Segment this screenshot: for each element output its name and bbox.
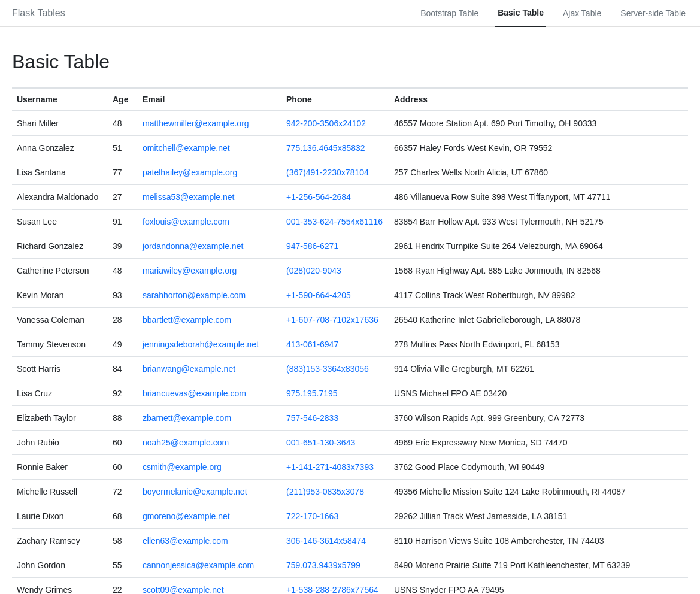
email-link[interactable]: scott09@example.net <box>143 585 224 594</box>
email-link[interactable]: boyermelanie@example.net <box>143 487 247 496</box>
username-cell: Ronnie Baker <box>12 455 108 480</box>
username-cell: John Gordon <box>12 553 108 578</box>
email-link[interactable]: csmith@example.org <box>143 462 222 472</box>
email-link[interactable]: ellen63@example.com <box>143 536 228 545</box>
phone-link[interactable]: 413-061-6947 <box>286 340 338 349</box>
username-cell: Lisa Cruz <box>12 381 108 406</box>
email-link[interactable]: gmoreno@example.net <box>143 511 230 521</box>
phone-link[interactable]: +1-538-288-2786x77564 <box>286 585 378 594</box>
table-row: Lisa Cruz92briancuevas@example.com975.19… <box>12 381 688 406</box>
address-cell: 914 Olivia Ville Gregburgh, MT 62261 <box>389 357 688 381</box>
age-cell: 49 <box>108 332 138 357</box>
table-row: Alexandra Maldonado27melissa53@example.n… <box>12 185 688 210</box>
email-link[interactable]: zbarnett@example.com <box>143 413 231 423</box>
email-link[interactable]: omitchell@example.net <box>143 143 230 153</box>
phone-link[interactable]: 001-353-624-7554x61116 <box>286 217 383 226</box>
table-body: Shari Miller48matthewmiller@example.org9… <box>12 111 688 594</box>
nav-brand[interactable]: Flask Tables <box>12 8 65 19</box>
table-row: John Rubio60noah25@example.com001-651-13… <box>12 431 688 455</box>
age-cell: 27 <box>108 185 138 210</box>
email-link[interactable]: bbartlett@example.com <box>143 315 231 325</box>
phone-link[interactable]: +1-256-564-2684 <box>286 192 351 202</box>
table-row: Michelle Russell72boyermelanie@example.n… <box>12 480 688 504</box>
nav-link-bootstrap-table[interactable]: Bootstrap Table <box>418 0 481 27</box>
email-link[interactable]: foxlouis@example.com <box>143 217 229 226</box>
phone-link[interactable]: 722-170-1663 <box>286 511 338 521</box>
age-cell: 39 <box>108 234 138 259</box>
email-link[interactable]: matthewmiller@example.org <box>143 119 249 128</box>
phone-link[interactable]: 759.073.9439x5799 <box>286 560 360 570</box>
address-cell: USNS Michael FPO AE 03420 <box>389 381 688 406</box>
phone-link[interactable]: (211)953-0835x3078 <box>286 487 364 496</box>
username-cell: Alexandra Maldonado <box>12 185 108 210</box>
phone-link[interactable]: 775.136.4645x85832 <box>286 143 365 153</box>
age-cell: 60 <box>108 431 138 455</box>
email-link[interactable]: brianwang@example.net <box>143 364 235 374</box>
email-link[interactable]: mariawiley@example.org <box>143 266 237 275</box>
phone-link[interactable]: 947-586-6271 <box>286 241 338 251</box>
col-header-address: Address <box>389 88 688 111</box>
address-cell: 29262 Jillian Track West Jamesside, LA 3… <box>389 504 688 529</box>
username-cell: Laurie Dixon <box>12 504 108 529</box>
phone-link[interactable]: 306-146-3614x58474 <box>286 536 366 545</box>
email-link[interactable]: briancuevas@example.com <box>143 389 246 398</box>
email-link[interactable]: cannonjessica@example.com <box>143 560 254 570</box>
address-cell: 8490 Moreno Prairie Suite 719 Port Kathl… <box>389 553 688 578</box>
table-row: Scott Harris84brianwang@example.net(883)… <box>12 357 688 381</box>
email-link[interactable]: noah25@example.com <box>143 438 229 447</box>
phone-link[interactable]: 942-200-3506x24102 <box>286 119 366 128</box>
nav-link-basic-table[interactable]: Basic Table <box>495 0 546 27</box>
age-cell: 58 <box>108 529 138 553</box>
email-link[interactable]: jenningsdeborah@example.net <box>143 340 259 349</box>
username-cell: Scott Harris <box>12 357 108 381</box>
phone-link[interactable]: (028)020-9043 <box>286 266 341 275</box>
address-cell: 2961 Hendrix Turnpike Suite 264 Velezbur… <box>389 234 688 259</box>
col-header-email: Email <box>138 88 281 111</box>
address-cell: 278 Mullins Pass North Edwinport, FL 681… <box>389 332 688 357</box>
email-link[interactable]: melissa53@example.net <box>143 192 235 202</box>
page-title: Basic Table <box>12 51 688 73</box>
table-row: Ronnie Baker60csmith@example.org+1-141-2… <box>12 455 688 480</box>
phone-link[interactable]: +1-607-708-7102x17636 <box>286 315 378 325</box>
username-cell: Anna Gonzalez <box>12 136 108 160</box>
navbar: Flask Tables Bootstrap TableBasic TableA… <box>0 0 700 27</box>
table-row: Tammy Stevenson49jenningsdeborah@example… <box>12 332 688 357</box>
username-cell: Shari Miller <box>12 111 108 136</box>
age-cell: 60 <box>108 455 138 480</box>
col-header-age: Age <box>108 88 138 111</box>
address-cell: 66357 Haley Fords West Kevin, OR 79552 <box>389 136 688 160</box>
table-row: Lisa Santana77patelhailey@example.org(36… <box>12 160 688 185</box>
age-cell: 72 <box>108 480 138 504</box>
address-cell: 486 Villanueva Row Suite 398 West Tiffan… <box>389 185 688 210</box>
age-cell: 55 <box>108 553 138 578</box>
phone-link[interactable]: (883)153-3364x83056 <box>286 364 369 374</box>
address-cell: 49356 Michelle Mission Suite 124 Lake Ro… <box>389 480 688 504</box>
table-row: Catherine Peterson48mariawiley@example.o… <box>12 259 688 283</box>
email-link[interactable]: patelhailey@example.org <box>143 168 237 177</box>
age-cell: 51 <box>108 136 138 160</box>
address-cell: 83854 Barr Hollow Apt. 933 West Tylermou… <box>389 210 688 234</box>
username-cell: Richard Gonzalez <box>12 234 108 259</box>
col-header-phone: Phone <box>281 88 389 111</box>
phone-link[interactable]: 757-546-2833 <box>286 413 338 423</box>
phone-link[interactable]: +1-141-271-4083x7393 <box>286 462 374 472</box>
username-cell: Elizabeth Taylor <box>12 406 108 431</box>
nav-link-ajax-table[interactable]: Ajax Table <box>560 0 604 27</box>
phone-link[interactable]: 001-651-130-3643 <box>286 438 355 447</box>
table-row: Kevin Moran93sarahhorton@example.com+1-5… <box>12 283 688 308</box>
table-row: Vanessa Coleman28bbartlett@example.com+1… <box>12 308 688 332</box>
header-row: UsernameAgeEmailPhoneAddress <box>12 88 688 111</box>
main-content: Basic Table UsernameAgeEmailPhoneAddress… <box>0 27 700 594</box>
phone-link[interactable]: +1-590-664-4205 <box>286 290 351 300</box>
table-row: Susan Lee91foxlouis@example.com001-353-6… <box>12 210 688 234</box>
table-row: Anna Gonzalez51omitchell@example.net775.… <box>12 136 688 160</box>
nav-link-server-side-table[interactable]: Server-side Table <box>618 0 688 27</box>
phone-link[interactable]: (367)491-2230x78104 <box>286 168 369 177</box>
address-cell: 1568 Ryan Highway Apt. 885 Lake Jonmouth… <box>389 259 688 283</box>
address-cell: 46557 Moore Station Apt. 690 Port Timoth… <box>389 111 688 136</box>
email-link[interactable]: jordandonna@example.net <box>143 241 243 251</box>
phone-link[interactable]: 975.195.7195 <box>286 389 338 398</box>
age-cell: 84 <box>108 357 138 381</box>
username-cell: Kevin Moran <box>12 283 108 308</box>
email-link[interactable]: sarahhorton@example.com <box>143 290 246 300</box>
